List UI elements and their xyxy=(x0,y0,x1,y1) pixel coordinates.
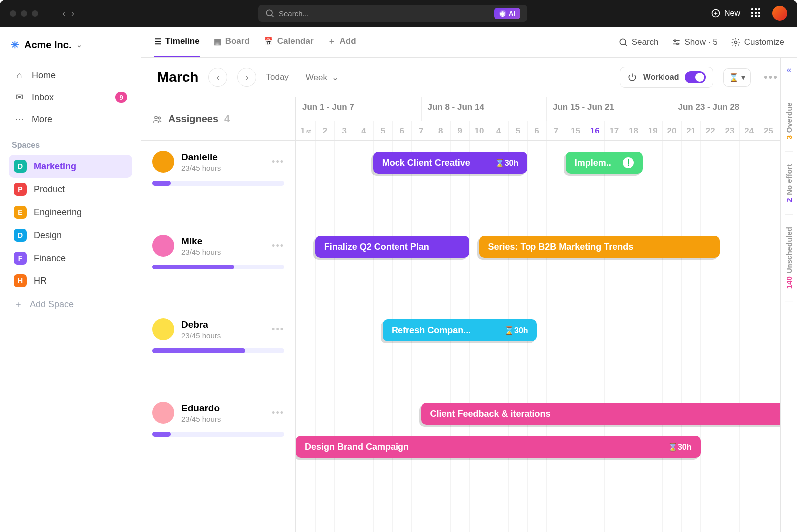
space-item-engineering[interactable]: EEngineering xyxy=(9,201,132,224)
week-header: Jun 23 - Jun 28 xyxy=(672,97,797,121)
day-header[interactable]: 6 xyxy=(392,121,411,140)
day-header[interactable]: 2 xyxy=(315,121,335,140)
space-item-marketing[interactable]: DMarketing xyxy=(9,155,132,178)
tab-add-view[interactable]: ＋Add xyxy=(328,27,356,57)
search-views[interactable]: Search xyxy=(618,37,659,47)
power-icon xyxy=(627,72,637,82)
day-header[interactable]: 10 xyxy=(469,121,489,140)
workload-bar xyxy=(152,348,284,353)
assignees-label: Assignees xyxy=(168,113,218,125)
svg-line-6 xyxy=(625,44,627,46)
user-avatar[interactable] xyxy=(772,6,787,21)
day-header[interactable]: 24 xyxy=(739,121,759,140)
assignee-avatar[interactable] xyxy=(152,151,174,173)
plus-icon: ＋ xyxy=(14,298,23,310)
space-item-design[interactable]: DDesign xyxy=(9,224,132,247)
assignee-row: Eduardo23/45 hours••• xyxy=(141,392,295,476)
day-header[interactable]: 17 xyxy=(604,121,624,140)
tab-calendar[interactable]: 📅Calendar xyxy=(264,27,314,57)
nav-more[interactable]: ⋯More xyxy=(9,108,132,130)
range-picker[interactable]: Week ⌄ xyxy=(306,72,339,83)
assignee-row: Mike23/45 hours••• xyxy=(141,225,295,308)
assignee-avatar[interactable] xyxy=(152,235,174,257)
add-space-button[interactable]: ＋Add Space xyxy=(9,292,132,316)
task-bar[interactable]: Design Brand Campaign⌛30h xyxy=(296,436,701,458)
calendar-icon: 📅 xyxy=(264,37,273,46)
space-item-finance[interactable]: FFinance xyxy=(9,247,132,269)
back-button[interactable]: ‹ xyxy=(62,8,65,19)
maximize-dot[interactable] xyxy=(32,10,38,17)
task-bar[interactable]: Series: Top B2B Marketing Trends xyxy=(479,236,720,258)
day-header[interactable]: 3 xyxy=(334,121,354,140)
day-header[interactable]: 9 xyxy=(450,121,470,140)
day-header[interactable]: 15 xyxy=(566,121,585,140)
task-bar[interactable]: Implem..! xyxy=(566,152,643,174)
rail-overdue[interactable]: 3Overdue xyxy=(785,90,793,152)
day-header[interactable]: 18 xyxy=(624,121,643,140)
new-button[interactable]: New xyxy=(711,8,740,18)
workspace-switcher[interactable]: ✳ Acme Inc. ⌄ xyxy=(9,36,132,54)
day-header[interactable]: 4 xyxy=(489,121,508,140)
row-more-icon[interactable]: ••• xyxy=(272,324,284,335)
today-button[interactable]: Today xyxy=(266,72,288,82)
assignee-hours: 23/45 hours xyxy=(181,248,221,256)
rail-unscheduled[interactable]: 140Unscheduled xyxy=(785,215,793,301)
forward-button[interactable]: › xyxy=(71,8,74,19)
task-bar[interactable]: Finalize Q2 Content Plan xyxy=(315,236,470,258)
rail-no-effort[interactable]: 2No effort xyxy=(785,152,793,215)
day-header[interactable]: 25 xyxy=(759,121,778,140)
collapse-rail-icon[interactable]: « xyxy=(786,65,791,75)
next-period[interactable]: › xyxy=(237,68,256,87)
more-options[interactable]: ••• xyxy=(761,71,781,84)
row-more-icon[interactable]: ••• xyxy=(272,157,284,167)
day-header[interactable]: 20 xyxy=(662,121,681,140)
day-header[interactable]: 7 xyxy=(546,121,566,140)
nav-home[interactable]: ⌂Home xyxy=(9,65,132,86)
day-header[interactable]: 19 xyxy=(643,121,662,140)
day-header[interactable]: 7 xyxy=(411,121,431,140)
tab-timeline[interactable]: ☰Timeline xyxy=(154,27,200,57)
assignee-name: Mike xyxy=(181,236,221,247)
space-item-product[interactable]: PProduct xyxy=(9,178,132,201)
day-header[interactable]: 22 xyxy=(700,121,720,140)
minimize-dot[interactable] xyxy=(21,10,27,17)
tab-board[interactable]: ▦Board xyxy=(214,27,250,57)
task-bar[interactable]: Refresh Compan...⌛30h xyxy=(383,319,537,341)
close-dot[interactable] xyxy=(10,10,16,17)
assignee-avatar[interactable] xyxy=(152,402,174,424)
ai-badge[interactable]: ◉AI xyxy=(494,8,520,19)
day-header[interactable]: 4 xyxy=(354,121,373,140)
hourglass-button[interactable]: ⌛ ▾ xyxy=(723,68,750,87)
space-item-hr[interactable]: HHR xyxy=(9,269,132,292)
day-header[interactable]: 16 xyxy=(585,121,604,140)
day-header[interactable]: 6 xyxy=(527,121,546,140)
svg-point-13 xyxy=(158,117,160,119)
task-hours: ⌛30h xyxy=(495,158,519,168)
timeline-icon: ☰ xyxy=(154,37,161,46)
space-color-badge: H xyxy=(14,274,27,287)
task-label: Mock Client Creative xyxy=(382,158,470,168)
task-bar[interactable]: Client Feedback & iterations xyxy=(421,403,797,425)
task-label: Design Brand Campaign xyxy=(305,442,409,452)
day-header[interactable]: 5 xyxy=(508,121,528,140)
svg-point-12 xyxy=(155,116,157,119)
assignee-avatar[interactable] xyxy=(152,318,174,340)
row-more-icon[interactable]: ••• xyxy=(272,241,284,251)
row-more-icon[interactable]: ••• xyxy=(272,408,284,418)
day-header[interactable]: 8 xyxy=(431,121,450,140)
workload-toggle[interactable] xyxy=(685,71,706,83)
workload-label: Workload xyxy=(643,73,679,82)
day-header[interactable]: 5 xyxy=(373,121,393,140)
day-header[interactable]: 1st xyxy=(296,121,315,140)
assignee-name: Eduardo xyxy=(181,403,221,414)
gantt-area[interactable]: Jun 1 - Jun 7Jun 8 - Jun 14Jun 15 - Jun … xyxy=(296,97,797,532)
task-bar[interactable]: Mock Client Creative⌛30h xyxy=(373,152,528,174)
prev-period[interactable]: ‹ xyxy=(208,68,227,87)
day-header[interactable]: 21 xyxy=(681,121,701,140)
nav-inbox[interactable]: ✉Inbox9 xyxy=(9,86,132,108)
global-search[interactable]: Search... ◉AI xyxy=(258,5,527,22)
day-header[interactable]: 23 xyxy=(720,121,739,140)
show-filter[interactable]: Show · 5 xyxy=(671,37,718,47)
apps-grid-icon[interactable] xyxy=(751,8,761,18)
customize-button[interactable]: Customize xyxy=(731,37,784,47)
